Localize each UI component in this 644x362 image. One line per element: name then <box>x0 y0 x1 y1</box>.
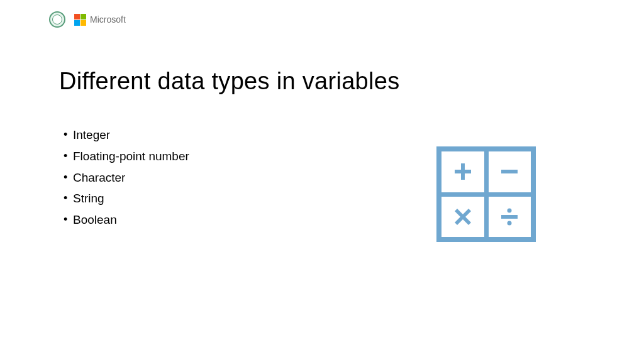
list-item: Integer <box>59 124 189 146</box>
microsoft-logo: Microsoft <box>74 14 126 26</box>
microsoft-brand-text: Microsoft <box>90 14 126 25</box>
minus-icon <box>489 151 531 192</box>
header-logos: Microsoft <box>49 11 126 28</box>
list-item: Floating-point number <box>59 146 189 167</box>
svg-point-3 <box>508 221 512 225</box>
multiply-icon <box>441 197 484 238</box>
svg-rect-2 <box>501 215 518 219</box>
svg-point-1 <box>508 208 512 212</box>
list-item: Boolean <box>59 209 189 231</box>
microsoft-squares-icon <box>74 14 86 26</box>
list-item: Character <box>59 167 189 189</box>
divide-icon <box>489 197 531 238</box>
list-item: String <box>59 188 189 209</box>
slide-title: Different data types in variables <box>59 68 400 95</box>
calculator-graphic <box>436 146 536 242</box>
plus-icon <box>441 151 484 192</box>
institution-logo-icon <box>49 11 65 28</box>
data-types-list: Integer Floating-point number Character … <box>59 124 189 231</box>
svg-rect-0 <box>501 170 518 173</box>
